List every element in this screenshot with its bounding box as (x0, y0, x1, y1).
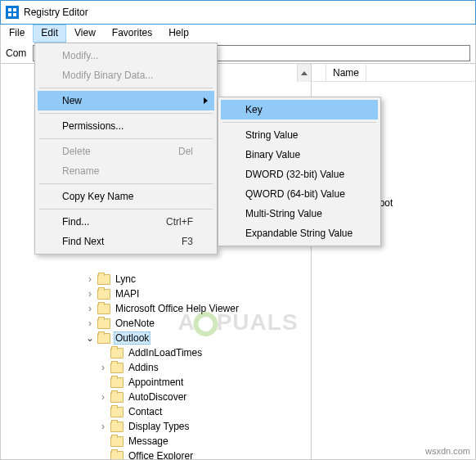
menu-new-qword[interactable]: QWORD (64-bit) Value (221, 184, 378, 204)
tree-node[interactable]: MAPI (1, 286, 311, 301)
folder-icon (110, 377, 123, 388)
edit-menu: Modify... Modify Binary Data... New Perm… (34, 43, 218, 255)
tree-node-label[interactable]: Microsoft Office Help Viewer (114, 303, 240, 314)
menu-find-next[interactable]: Find NextF3 (38, 232, 214, 251)
folder-icon (97, 333, 110, 344)
tree-node-label[interactable]: MAPI (114, 288, 141, 300)
folder-icon (97, 289, 110, 300)
tree-node-label[interactable]: Outlook (114, 331, 150, 345)
menu-new-binary[interactable]: Binary Value (221, 145, 378, 165)
menu-bar: File Edit View Favorites Help (0, 25, 476, 43)
address-label: Com (6, 47, 29, 59)
menu-copy-key-name[interactable]: Copy Key Name (38, 187, 214, 206)
chevron-down-icon[interactable] (84, 332, 96, 344)
menu-view[interactable]: View (66, 25, 104, 43)
tree-node[interactable]: Message (1, 434, 311, 449)
tree-node[interactable]: Display Types (1, 419, 311, 434)
menu-new-expandsz[interactable]: Expandable String Value (221, 223, 378, 243)
tree-node-label[interactable]: AutoDiscover (127, 391, 188, 403)
tree-node-label[interactable]: AddInLoadTimes (127, 347, 204, 359)
new-submenu: Key String Value Binary Value DWORD (32-… (218, 97, 381, 246)
menu-favorites[interactable]: Favorites (104, 25, 160, 43)
tree-node[interactable]: AutoDiscover (1, 390, 311, 404)
menu-new-multisz[interactable]: Multi-String Value (221, 204, 378, 223)
values-header-name[interactable]: Name (326, 65, 366, 81)
tree-node[interactable]: Appointment (1, 375, 311, 390)
menu-modify[interactable]: Modify... (38, 46, 214, 65)
tree-node-label[interactable]: Office Explorer (127, 450, 195, 459)
tree-node-label[interactable]: OneNote (114, 318, 156, 329)
tree-node[interactable]: Addins (1, 360, 311, 375)
menu-rename[interactable]: Rename (38, 161, 214, 181)
menu-file[interactable]: File (1, 25, 33, 43)
chevron-right-icon[interactable] (97, 421, 109, 432)
tree-node-label[interactable]: Lync (114, 273, 137, 285)
window-title: Registry Editor (24, 7, 88, 18)
menu-find[interactable]: Find...Ctrl+F (38, 212, 214, 232)
folder-icon (110, 348, 123, 359)
tree-node-label[interactable]: Appointment (127, 377, 185, 388)
tree-node[interactable]: AddInLoadTimes (1, 345, 311, 360)
tree-node-label[interactable]: Display Types (127, 421, 191, 432)
folder-icon (97, 304, 110, 314)
menu-delete[interactable]: DeleteDel (38, 142, 214, 161)
chevron-right-icon[interactable] (84, 318, 96, 329)
menu-new[interactable]: New (38, 91, 214, 110)
tree-node-label[interactable]: Message (127, 435, 170, 447)
tree-node[interactable]: Lync (1, 272, 311, 286)
folder-icon (97, 274, 110, 285)
folder-icon (110, 392, 123, 403)
folder-icon (110, 436, 123, 447)
menu-help[interactable]: Help (160, 25, 197, 43)
tree-node[interactable]: Microsoft Office Help Viewer (1, 301, 311, 316)
tree-node[interactable]: Office Explorer (1, 449, 311, 459)
chevron-right-icon[interactable] (84, 288, 96, 300)
chevron-right-icon[interactable] (97, 362, 109, 373)
menu-new-dword[interactable]: DWORD (32-bit) Value (221, 165, 378, 184)
tree-node-label[interactable]: Addins (127, 362, 160, 373)
tree-node-label[interactable]: Contact (127, 406, 164, 417)
values-header: Name (312, 64, 475, 82)
folder-icon (110, 363, 123, 373)
menu-modify-binary[interactable]: Modify Binary Data... (38, 65, 214, 85)
menu-permissions[interactable]: Permissions... (38, 116, 214, 136)
folder-icon (110, 451, 123, 460)
tree-node[interactable]: Outlook (1, 331, 311, 345)
app-icon (6, 6, 19, 19)
folder-icon (110, 407, 123, 417)
menu-new-key[interactable]: Key (221, 100, 378, 120)
chevron-right-icon[interactable] (84, 273, 96, 285)
tree-node[interactable]: OneNote (1, 316, 311, 331)
chevron-right-icon[interactable] (97, 391, 109, 403)
values-header-spacer (312, 64, 326, 81)
folder-icon (97, 318, 110, 329)
menu-edit[interactable]: Edit (33, 25, 66, 43)
menu-new-string[interactable]: String Value (221, 125, 378, 145)
folder-icon (110, 422, 123, 432)
tree-node[interactable]: Contact (1, 404, 311, 419)
chevron-right-icon[interactable] (84, 303, 96, 314)
title-bar: Registry Editor (0, 0, 476, 25)
credit: wsxdn.com (425, 446, 470, 456)
